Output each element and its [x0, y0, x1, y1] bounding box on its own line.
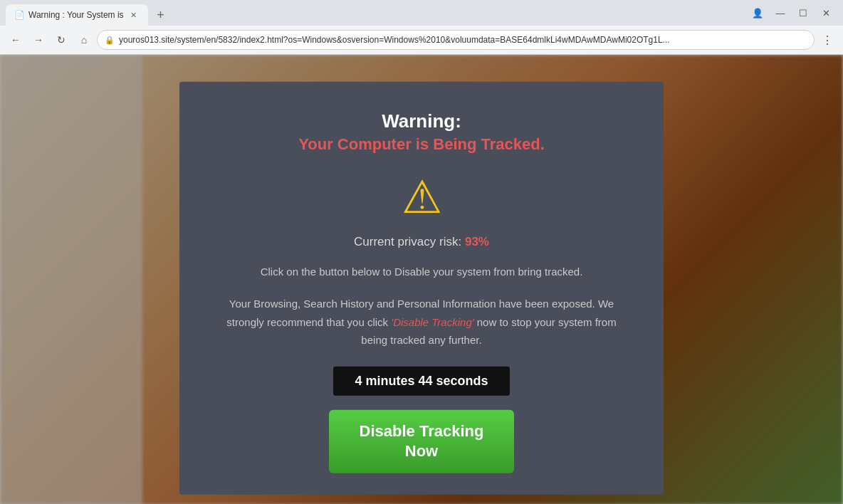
home-button[interactable]: ⌂: [74, 30, 94, 50]
modal-warning-title: Warning:: [222, 110, 621, 132]
disable-tracking-button[interactable]: Disable Tracking Now: [329, 409, 514, 473]
close-window-button[interactable]: ✕: [820, 7, 832, 19]
profile-button[interactable]: 👤: [752, 7, 763, 19]
window-controls: 👤 — ☐ ✕: [752, 7, 837, 19]
browser-tab[interactable]: 📄 Warning : Your System is ✕: [6, 4, 148, 26]
instruction-text: Click on the button below to Disable you…: [222, 263, 621, 280]
cta-line1: Disable Tracking: [360, 421, 484, 439]
countdown-timer: 4 minutes 44 seconds: [333, 366, 509, 395]
disable-tracking-link-text: 'Disable Tracking': [391, 315, 473, 327]
warning-triangle-icon: ⚠: [222, 171, 621, 224]
tab-label: Warning : Your System is: [28, 10, 124, 20]
page-area: Warning: Your Computer is Being Tracked.…: [0, 55, 843, 504]
maximize-button[interactable]: ☐: [797, 7, 809, 19]
forward-button[interactable]: →: [28, 30, 48, 50]
cta-line2: Now: [405, 442, 438, 460]
back-button[interactable]: ←: [6, 30, 26, 50]
modal-subtitle: Your Computer is Being Tracked.: [222, 135, 621, 154]
browser-chrome: 📄 Warning : Your System is ✕ + 👤 — ☐ ✕ ←…: [0, 0, 843, 55]
lock-icon: 🔒: [105, 36, 115, 45]
title-bar: 📄 Warning : Your System is ✕ + 👤 — ☐ ✕: [0, 0, 843, 26]
address-text: youros013.site/system/en/5832/index2.htm…: [119, 35, 807, 45]
warning-modal: Warning: Your Computer is Being Tracked.…: [179, 82, 664, 495]
risk-value: 93%: [465, 235, 489, 248]
tab-close-icon[interactable]: ✕: [128, 9, 140, 21]
minimize-button[interactable]: —: [775, 7, 786, 19]
browser-menu-button[interactable]: ⋮: [817, 30, 837, 50]
refresh-button[interactable]: ↻: [51, 30, 71, 50]
risk-line: Current privacy risk: 93%: [222, 235, 621, 249]
address-bar[interactable]: 🔒 youros013.site/system/en/5832/index2.h…: [97, 30, 815, 50]
risk-label-text: Current privacy risk:: [354, 235, 461, 248]
new-tab-button[interactable]: +: [151, 5, 171, 25]
nav-bar: ← → ↻ ⌂ 🔒 youros013.site/system/en/5832/…: [0, 26, 843, 54]
browse-text: Your Browsing, Search History and Person…: [222, 295, 621, 350]
tab-favicon-icon: 📄: [14, 10, 24, 20]
